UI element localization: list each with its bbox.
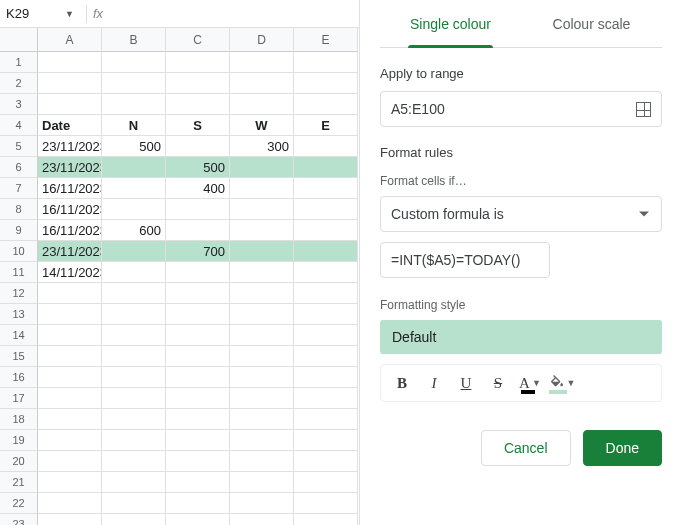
cell[interactable] [38, 73, 102, 94]
cell[interactable] [294, 367, 358, 388]
cell[interactable] [230, 325, 294, 346]
cell[interactable] [166, 199, 230, 220]
cell[interactable] [166, 472, 230, 493]
cell[interactable] [102, 52, 166, 73]
cell[interactable] [166, 283, 230, 304]
cell[interactable] [294, 388, 358, 409]
cell[interactable] [102, 514, 166, 525]
cell[interactable] [230, 241, 294, 262]
cell[interactable] [230, 472, 294, 493]
cell[interactable] [166, 73, 230, 94]
row-header[interactable]: 13 [0, 304, 38, 325]
col-header[interactable]: B [102, 28, 166, 52]
cell[interactable]: W [230, 115, 294, 136]
style-preview[interactable]: Default [380, 320, 662, 354]
cell[interactable] [38, 304, 102, 325]
cell[interactable] [294, 304, 358, 325]
cell[interactable] [230, 493, 294, 514]
cell[interactable] [294, 514, 358, 525]
row-header[interactable]: 2 [0, 73, 38, 94]
cell[interactable]: 700 [166, 241, 230, 262]
cell-grid[interactable]: ABCDE1234DateNSWE523/11/2023500300623/11… [0, 28, 359, 525]
range-field[interactable]: A5:E100 [380, 91, 662, 127]
cell[interactable] [166, 220, 230, 241]
cell[interactable] [230, 199, 294, 220]
cancel-button[interactable]: Cancel [481, 430, 571, 466]
cell[interactable] [166, 430, 230, 451]
cell[interactable] [294, 241, 358, 262]
row-header[interactable]: 15 [0, 346, 38, 367]
cell[interactable] [230, 73, 294, 94]
row-header[interactable]: 23 [0, 514, 38, 525]
cell[interactable] [230, 157, 294, 178]
cell[interactable]: 14/11/2023 [38, 262, 102, 283]
cell[interactable] [38, 514, 102, 525]
cell[interactable] [294, 451, 358, 472]
row-header[interactable]: 11 [0, 262, 38, 283]
cell[interactable] [230, 283, 294, 304]
cell[interactable] [166, 493, 230, 514]
cell[interactable] [166, 451, 230, 472]
cell[interactable] [38, 430, 102, 451]
cell[interactable] [230, 430, 294, 451]
cell[interactable] [166, 409, 230, 430]
cell[interactable] [166, 94, 230, 115]
col-header[interactable]: D [230, 28, 294, 52]
row-header[interactable]: 5 [0, 136, 38, 157]
row-header[interactable]: 20 [0, 451, 38, 472]
cell[interactable] [294, 94, 358, 115]
col-header[interactable]: A [38, 28, 102, 52]
row-header[interactable]: 17 [0, 388, 38, 409]
cell[interactable]: 16/11/2023 [38, 199, 102, 220]
cell[interactable] [230, 52, 294, 73]
cell[interactable] [38, 94, 102, 115]
col-header[interactable]: C [166, 28, 230, 52]
cell[interactable] [230, 94, 294, 115]
cell[interactable] [102, 73, 166, 94]
select-range-icon[interactable] [636, 102, 651, 117]
row-header[interactable]: 18 [0, 409, 38, 430]
cell[interactable] [102, 346, 166, 367]
cell[interactable] [230, 451, 294, 472]
cell[interactable] [102, 157, 166, 178]
underline-button[interactable]: U [451, 369, 481, 397]
cell[interactable] [38, 451, 102, 472]
cell[interactable] [294, 493, 358, 514]
cell[interactable] [294, 325, 358, 346]
cell[interactable] [102, 94, 166, 115]
row-header[interactable]: 1 [0, 52, 38, 73]
cell[interactable] [38, 346, 102, 367]
cell[interactable]: Date [38, 115, 102, 136]
cell[interactable] [166, 514, 230, 525]
row-header[interactable]: 9 [0, 220, 38, 241]
cell[interactable] [294, 220, 358, 241]
cell[interactable]: 23/11/2023 [38, 241, 102, 262]
fill-color-button[interactable]: ▼ [547, 369, 577, 397]
tab-colour-scale[interactable]: Colour scale [521, 0, 662, 47]
row-header[interactable]: 6 [0, 157, 38, 178]
cell[interactable] [294, 472, 358, 493]
cell[interactable]: E [294, 115, 358, 136]
row-header[interactable]: 12 [0, 283, 38, 304]
cell[interactable] [230, 514, 294, 525]
cell[interactable] [230, 346, 294, 367]
cell[interactable] [294, 178, 358, 199]
cell[interactable] [102, 325, 166, 346]
cell[interactable]: 16/11/2023 [38, 220, 102, 241]
strikethrough-button[interactable]: S [483, 369, 513, 397]
name-box[interactable]: K29 ▼ [0, 6, 80, 21]
row-header[interactable]: 22 [0, 493, 38, 514]
cell[interactable]: 23/11/2023 [38, 136, 102, 157]
cell[interactable]: 500 [166, 157, 230, 178]
cell[interactable] [102, 241, 166, 262]
cell[interactable] [102, 367, 166, 388]
cell[interactable]: 23/11/2023 [38, 157, 102, 178]
cell[interactable] [102, 283, 166, 304]
cell[interactable] [102, 493, 166, 514]
row-header[interactable]: 7 [0, 178, 38, 199]
cell[interactable] [38, 367, 102, 388]
formula-input[interactable]: =INT($A5)=TODAY() [380, 242, 550, 278]
cell[interactable]: 600 [102, 220, 166, 241]
cell[interactable] [38, 493, 102, 514]
row-header[interactable]: 10 [0, 241, 38, 262]
